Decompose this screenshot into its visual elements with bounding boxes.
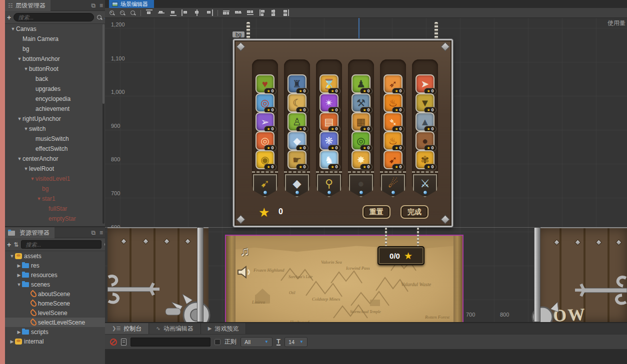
align-bottom-icon[interactable] [170, 9, 177, 16]
asset-item-scenes[interactable]: ▼scenes [5, 280, 105, 289]
panel-menu-icon[interactable]: ≡ [100, 229, 103, 236]
tree-expander-icon[interactable]: ▼ [30, 174, 36, 184]
upgrade-icon[interactable]: ◆★0 [288, 131, 306, 150]
console-log-area[interactable] [105, 349, 627, 364]
upgrade-icon[interactable]: ➹★0 [384, 150, 402, 169]
font-size-select[interactable]: 14▼ [284, 337, 308, 347]
upgrade-icon[interactable]: ♨★0 [384, 93, 402, 112]
upgrade-icon[interactable]: ◎★0 [352, 131, 370, 150]
distribute-left-icon[interactable] [258, 9, 266, 16]
tree-expander-icon[interactable]: ▼ [16, 154, 22, 164]
hierarchy-node-fullstar[interactable]: fullStar [5, 204, 105, 214]
upgrade-icon[interactable]: ◎★0 [256, 131, 274, 150]
hierarchy-node-emptystar[interactable]: emptyStar [5, 214, 105, 224]
hierarchy-node-musicswitch[interactable]: musicSwitch [5, 134, 105, 144]
sound-toggle-icon[interactable] [237, 266, 252, 279]
reset-button[interactable]: 重置 [362, 205, 390, 219]
hierarchy-node-bg[interactable]: bg [5, 184, 105, 194]
zoom-in-icon[interactable]: + [109, 10, 115, 16]
create-node-button[interactable]: + [7, 14, 11, 21]
distribute-hcenter-icon[interactable] [270, 9, 278, 16]
hierarchy-node-rightupanchor[interactable]: ▼rightUpAnchor [5, 114, 105, 124]
align-right-icon[interactable] [206, 9, 213, 16]
distribute-top-icon[interactable] [222, 9, 230, 16]
upgrade-icon[interactable]: ⌛★0 [320, 74, 338, 93]
upgrade-icon[interactable]: ⚒★0 [352, 93, 370, 112]
sort-icon[interactable]: ⇅ [14, 241, 18, 248]
align-vcenter-icon[interactable] [158, 9, 165, 16]
upgrade-icon[interactable]: ❋★0 [320, 131, 338, 150]
align-hcenter-icon[interactable] [194, 9, 201, 16]
tree-expander-icon[interactable]: ▶ [16, 327, 22, 337]
upgrade-icon[interactable]: ➤★0 [416, 74, 434, 93]
panel-menu-icon[interactable]: ≡ [100, 2, 103, 9]
upgrade-icon[interactable]: ♜★0 [288, 74, 306, 93]
float-window-icon[interactable]: ⧉ [91, 229, 96, 236]
float-window-icon[interactable]: ⧉ [91, 2, 96, 9]
tab-assets[interactable]: 资源管理器 [5, 227, 54, 238]
hierarchy-node-back[interactable]: back [5, 74, 105, 84]
regex-checkbox[interactable] [214, 339, 220, 345]
music-toggle-icon[interactable]: ♫ [240, 244, 250, 259]
console-filter-input[interactable] [130, 338, 210, 347]
asset-item-assets[interactable]: ▼assets [5, 251, 105, 261]
hierarchy-node-visitedlevel1[interactable]: ▼visitedLevel1 [5, 174, 105, 184]
hierarchy-node-bg[interactable]: bg [5, 44, 105, 54]
log-level-select[interactable]: All▼ [240, 337, 272, 347]
upgrade-icon[interactable]: ✴★0 [320, 93, 338, 112]
distribute-right-icon[interactable] [282, 9, 290, 16]
hierarchy-node-canvas[interactable]: ▼Canvas [5, 24, 105, 34]
asset-item-res[interactable]: ▶res [5, 261, 105, 270]
distribute-vcenter-icon[interactable] [234, 9, 242, 16]
upgrade-icon[interactable]: ▤★0 [320, 112, 338, 131]
hierarchy-node-buttonroot[interactable]: ▼buttonRoot [5, 64, 105, 74]
zoom-out-icon[interactable]: − [120, 10, 126, 16]
asset-item-internal[interactable]: ▶internal [5, 337, 105, 346]
tree-expander-icon[interactable]: ▶ [16, 261, 22, 271]
tab-preview[interactable]: ▶游戏预览 [201, 323, 246, 334]
tree-expander-icon[interactable]: ▼ [23, 124, 29, 134]
hierarchy-node-star1[interactable]: ▼star1 [5, 194, 105, 204]
align-top-icon[interactable] [146, 9, 153, 16]
upgrade-icon[interactable]: ♨★0 [384, 131, 402, 150]
distribute-bottom-icon[interactable] [246, 9, 254, 16]
tree-expander-icon[interactable]: ▶ [9, 337, 15, 347]
upgrade-icon[interactable]: ☛★0 [288, 150, 306, 169]
asset-item-selectlevelscene[interactable]: selectLevelScene [5, 318, 105, 327]
hierarchy-node-achievement[interactable]: achievement [5, 104, 105, 114]
tree-expander-icon[interactable]: ▼ [16, 280, 22, 290]
clear-logs-icon[interactable] [110, 339, 117, 346]
hierarchy-node-upgrades[interactable]: upgrades [5, 84, 105, 94]
scene-viewport[interactable]: 使用量 1,2001,1001,000900800700600500400 -3… [105, 18, 627, 322]
create-asset-button[interactable]: + [7, 241, 11, 248]
assets-search-input[interactable] [21, 240, 102, 249]
upgrade-icon[interactable]: ♥★0 [256, 74, 274, 93]
hierarchy-node-effectswitch[interactable]: effectSwitch [5, 144, 105, 154]
upgrade-icon[interactable]: ◉★0 [256, 150, 274, 169]
asset-item-homescene[interactable]: homeScene [5, 299, 105, 308]
upgrade-icon[interactable]: ▦★0 [352, 112, 370, 131]
tree-expander-icon[interactable]: ▼ [10, 24, 16, 34]
hierarchy-node-encyclopedia[interactable]: encyclopedia [5, 94, 105, 104]
hierarchy-node-switch[interactable]: ▼switch [5, 124, 105, 134]
upgrade-icon[interactable]: ➢★0 [256, 112, 274, 131]
node-gizmo-tag[interactable]: bg [232, 31, 244, 37]
upgrade-icon[interactable]: ➴★0 [384, 112, 402, 131]
align-left-icon[interactable] [182, 9, 189, 16]
tree-expander-icon[interactable]: ▼ [16, 114, 22, 124]
tree-expander-icon[interactable]: ▼ [36, 194, 42, 204]
tab-animation[interactable]: ∿动画编辑器 [149, 323, 200, 334]
upgrade-icon[interactable]: ♙★0 [288, 112, 306, 131]
tab-console[interactable]: ❯☰控制台 [105, 323, 149, 334]
upgrade-icon[interactable]: ✾★0 [416, 150, 434, 169]
upgrade-icon[interactable]: ☾★0 [288, 93, 306, 112]
upgrade-icon[interactable]: ▼★0 [416, 93, 434, 112]
asset-item-levelscene[interactable]: levelScene [5, 308, 105, 318]
tree-expander-icon[interactable]: ▼ [16, 54, 22, 64]
asset-item-scripts[interactable]: ▶scripts [5, 327, 105, 337]
upgrade-icon[interactable]: ➶★0 [384, 74, 402, 93]
tree-expander-icon[interactable]: ▼ [23, 64, 29, 74]
tree-expander-icon[interactable]: ▼ [23, 164, 29, 174]
search-icon[interactable] [96, 14, 102, 20]
hierarchy-node-centeranchor[interactable]: ▼centerAnchor [5, 154, 105, 164]
